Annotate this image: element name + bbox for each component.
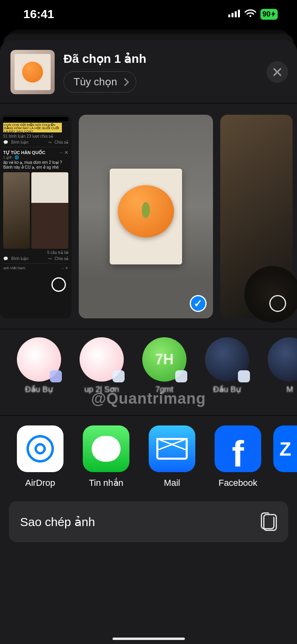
svg-rect-0 — [228, 14, 230, 17]
avatar — [268, 337, 297, 382]
mail-icon — [149, 425, 195, 472]
close-icon — [273, 68, 282, 76]
photo-item-selected[interactable]: ✓ — [79, 115, 213, 318]
cellular-icon — [228, 9, 240, 19]
selection-ring-icon — [51, 277, 66, 292]
avatar — [205, 337, 249, 382]
avatar — [17, 337, 61, 382]
selected-thumbnail[interactable] — [10, 50, 55, 94]
photo-selection-strip[interactable]: CON CON GỌI ĐIỆN NÓI CHUYỆN RẰNG HÔM NAY… — [0, 103, 297, 329]
copy-icon — [261, 512, 277, 531]
share-apps-row[interactable]: AirDrop Tin nhắn Mail f Facebook Z — [0, 416, 297, 499]
airdrop-contact[interactable]: up 2| Sơn — [72, 337, 131, 403]
status-bar: 16:41 90 — [0, 0, 297, 28]
share-app-messages[interactable]: Tin nhắn — [76, 425, 137, 488]
avatar: 7H — [142, 337, 186, 382]
action-label: Sao chép ảnh — [20, 515, 95, 529]
copy-photo-action[interactable]: Sao chép ảnh — [9, 501, 288, 542]
battery-indicator: 90 — [260, 9, 278, 20]
airdrop-contacts-row[interactable]: Đầu Bự up 2| Sơn 7H 7gmt Đầu Bự M @Quant… — [0, 329, 297, 416]
share-sheet: Đã chọn 1 ảnh Tùy chọn CON CON GỌI ĐIỆN … — [0, 40, 297, 644]
airdrop-icon — [17, 425, 63, 472]
share-app-zalo[interactable]: Z — [273, 425, 297, 488]
options-label: Tùy chọn — [74, 76, 117, 88]
selected-check-icon: ✓ — [190, 295, 207, 312]
airdrop-contact[interactable]: M — [260, 337, 297, 403]
status-time: 16:41 — [23, 7, 54, 21]
share-app-airdrop[interactable]: AirDrop — [10, 425, 71, 488]
zalo-icon: Z — [273, 425, 297, 472]
wifi-icon — [244, 9, 256, 19]
share-app-facebook[interactable]: f Facebook — [207, 425, 268, 488]
airdrop-contact[interactable]: 7H 7gmt — [135, 337, 194, 403]
photo-item[interactable] — [220, 115, 293, 318]
selection-ring-icon — [269, 295, 286, 312]
avatar — [80, 337, 124, 382]
share-app-mail[interactable]: Mail — [141, 425, 203, 488]
svg-rect-3 — [238, 10, 240, 17]
options-button[interactable]: Tùy chọn — [63, 71, 136, 93]
chevron-right-icon — [121, 78, 129, 86]
airdrop-contact[interactable]: Đầu Bự — [198, 337, 256, 403]
airdrop-contact[interactable]: Đầu Bự — [10, 337, 68, 403]
share-header: Đã chọn 1 ảnh Tùy chọn — [0, 40, 297, 103]
close-button[interactable] — [266, 61, 288, 83]
svg-rect-1 — [231, 13, 234, 17]
messages-icon — [83, 425, 129, 472]
photo-item[interactable]: CON CON GỌI ĐIỆN NÓI CHUYỆN RẰNG HÔM NAY… — [0, 115, 72, 318]
facebook-icon: f — [215, 425, 261, 472]
svg-point-4 — [250, 15, 252, 17]
selection-title: Đã chọn 1 ảnh — [63, 52, 146, 66]
status-icons: 90 — [228, 9, 278, 20]
svg-rect-2 — [235, 11, 237, 17]
home-indicator[interactable] — [113, 638, 185, 640]
